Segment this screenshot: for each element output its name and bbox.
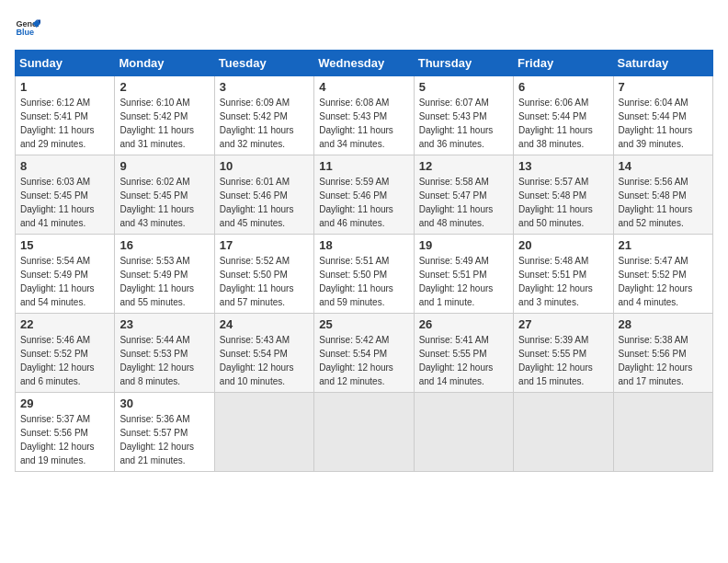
day-number: 6 — [518, 80, 608, 94]
calendar-week-1: 1Sunrise: 6:12 AMSunset: 5:41 PMDaylight… — [16, 76, 713, 155]
calendar-week-5: 29Sunrise: 5:37 AMSunset: 5:56 PMDayligh… — [16, 393, 713, 472]
calendar-header-monday: Monday — [115, 51, 214, 76]
day-info: Sunrise: 5:49 AMSunset: 5:51 PMDaylight:… — [419, 254, 508, 309]
day-number: 16 — [119, 238, 209, 252]
day-info: Sunrise: 5:52 AMSunset: 5:50 PMDaylight:… — [220, 254, 309, 309]
calendar-cell: 2Sunrise: 6:10 AMSunset: 5:42 PMDaylight… — [115, 76, 214, 155]
day-info: Sunrise: 5:46 AMSunset: 5:52 PMDaylight:… — [20, 333, 109, 388]
calendar-cell — [214, 393, 313, 472]
calendar-cell: 19Sunrise: 5:49 AMSunset: 5:51 PMDayligh… — [414, 235, 513, 314]
calendar-cell — [414, 393, 513, 472]
calendar-header-tuesday: Tuesday — [214, 51, 313, 76]
calendar-cell: 5Sunrise: 6:07 AMSunset: 5:43 PMDaylight… — [414, 76, 513, 155]
day-number: 30 — [119, 396, 209, 410]
calendar-week-3: 15Sunrise: 5:54 AMSunset: 5:49 PMDayligh… — [16, 235, 713, 314]
day-info: Sunrise: 6:07 AMSunset: 5:43 PMDaylight:… — [419, 96, 508, 151]
calendar-header-row: SundayMondayTuesdayWednesdayThursdayFrid… — [16, 51, 713, 76]
day-info: Sunrise: 5:58 AMSunset: 5:47 PMDaylight:… — [419, 175, 508, 230]
calendar-header-thursday: Thursday — [414, 51, 513, 76]
calendar-cell — [314, 393, 414, 472]
calendar-header-wednesday: Wednesday — [314, 51, 414, 76]
day-number: 23 — [119, 317, 209, 331]
calendar-cell: 28Sunrise: 5:38 AMSunset: 5:56 PMDayligh… — [613, 314, 712, 393]
day-number: 19 — [419, 238, 508, 252]
calendar-cell: 18Sunrise: 5:51 AMSunset: 5:50 PMDayligh… — [314, 235, 414, 314]
day-info: Sunrise: 5:54 AMSunset: 5:49 PMDaylight:… — [20, 254, 109, 309]
day-info: Sunrise: 5:41 AMSunset: 5:55 PMDaylight:… — [419, 333, 508, 388]
calendar-cell — [514, 393, 613, 472]
day-number: 11 — [319, 159, 408, 173]
calendar-week-2: 8Sunrise: 6:03 AMSunset: 5:45 PMDaylight… — [16, 155, 713, 235]
day-info: Sunrise: 5:57 AMSunset: 5:48 PMDaylight:… — [518, 175, 608, 230]
calendar-cell: 1Sunrise: 6:12 AMSunset: 5:41 PMDaylight… — [16, 76, 115, 155]
day-info: Sunrise: 6:01 AMSunset: 5:46 PMDaylight:… — [220, 175, 309, 230]
calendar-cell: 9Sunrise: 6:02 AMSunset: 5:45 PMDaylight… — [115, 155, 214, 235]
calendar-cell: 6Sunrise: 6:06 AMSunset: 5:44 PMDaylight… — [514, 76, 613, 155]
day-number: 15 — [20, 238, 109, 252]
calendar-cell: 12Sunrise: 5:58 AMSunset: 5:47 PMDayligh… — [414, 155, 513, 235]
calendar-cell: 7Sunrise: 6:04 AMSunset: 5:44 PMDaylight… — [613, 76, 712, 155]
day-number: 22 — [20, 317, 109, 331]
calendar-cell: 30Sunrise: 5:36 AMSunset: 5:57 PMDayligh… — [115, 393, 214, 472]
calendar-cell: 23Sunrise: 5:44 AMSunset: 5:53 PMDayligh… — [115, 314, 214, 393]
day-number: 3 — [220, 80, 309, 94]
day-info: Sunrise: 5:36 AMSunset: 5:57 PMDaylight:… — [119, 412, 209, 467]
day-number: 10 — [220, 159, 309, 173]
day-info: Sunrise: 6:08 AMSunset: 5:43 PMDaylight:… — [319, 96, 408, 151]
calendar-cell: 20Sunrise: 5:48 AMSunset: 5:51 PMDayligh… — [514, 235, 613, 314]
day-number: 29 — [20, 396, 109, 410]
day-info: Sunrise: 5:43 AMSunset: 5:54 PMDaylight:… — [220, 333, 309, 388]
day-number: 24 — [220, 317, 309, 331]
day-info: Sunrise: 6:03 AMSunset: 5:45 PMDaylight:… — [20, 175, 109, 230]
day-number: 26 — [419, 317, 508, 331]
day-number: 5 — [419, 80, 508, 94]
calendar-cell: 16Sunrise: 5:53 AMSunset: 5:49 PMDayligh… — [115, 235, 214, 314]
day-number: 8 — [20, 159, 109, 173]
calendar-header-sunday: Sunday — [16, 51, 115, 76]
day-info: Sunrise: 5:53 AMSunset: 5:49 PMDaylight:… — [119, 254, 209, 309]
calendar-cell: 24Sunrise: 5:43 AMSunset: 5:54 PMDayligh… — [214, 314, 313, 393]
day-info: Sunrise: 6:04 AMSunset: 5:44 PMDaylight:… — [619, 96, 708, 151]
logo-icon: General Blue — [15, 15, 40, 40]
calendar-cell: 25Sunrise: 5:42 AMSunset: 5:54 PMDayligh… — [314, 314, 414, 393]
day-info: Sunrise: 6:06 AMSunset: 5:44 PMDaylight:… — [518, 96, 608, 151]
day-info: Sunrise: 5:48 AMSunset: 5:51 PMDaylight:… — [518, 254, 608, 309]
day-info: Sunrise: 5:37 AMSunset: 5:56 PMDaylight:… — [20, 412, 109, 467]
calendar-table: SundayMondayTuesdayWednesdayThursdayFrid… — [15, 50, 713, 472]
calendar-header-saturday: Saturday — [613, 51, 712, 76]
svg-text:Blue: Blue — [16, 28, 34, 37]
day-number: 18 — [319, 238, 408, 252]
day-info: Sunrise: 5:44 AMSunset: 5:53 PMDaylight:… — [119, 333, 209, 388]
page-header: General Blue — [15, 15, 713, 40]
day-number: 21 — [619, 238, 708, 252]
calendar-cell: 26Sunrise: 5:41 AMSunset: 5:55 PMDayligh… — [414, 314, 513, 393]
day-number: 9 — [119, 159, 209, 173]
calendar-cell: 3Sunrise: 6:09 AMSunset: 5:42 PMDaylight… — [214, 76, 313, 155]
day-info: Sunrise: 5:47 AMSunset: 5:52 PMDaylight:… — [619, 254, 708, 309]
day-number: 28 — [619, 317, 708, 331]
day-number: 27 — [518, 317, 608, 331]
day-number: 1 — [20, 80, 109, 94]
calendar-week-4: 22Sunrise: 5:46 AMSunset: 5:52 PMDayligh… — [16, 314, 713, 393]
day-number: 4 — [319, 80, 408, 94]
day-number: 12 — [419, 159, 508, 173]
day-info: Sunrise: 5:42 AMSunset: 5:54 PMDaylight:… — [319, 333, 408, 388]
day-number: 13 — [518, 159, 608, 173]
calendar-header-friday: Friday — [514, 51, 613, 76]
day-info: Sunrise: 5:51 AMSunset: 5:50 PMDaylight:… — [319, 254, 408, 309]
day-number: 20 — [518, 238, 608, 252]
day-number: 7 — [619, 80, 708, 94]
calendar-cell: 11Sunrise: 5:59 AMSunset: 5:46 PMDayligh… — [314, 155, 414, 235]
day-number: 14 — [619, 159, 708, 173]
calendar-cell — [613, 393, 712, 472]
calendar-cell: 21Sunrise: 5:47 AMSunset: 5:52 PMDayligh… — [613, 235, 712, 314]
calendar-cell: 14Sunrise: 5:56 AMSunset: 5:48 PMDayligh… — [613, 155, 712, 235]
day-number: 17 — [220, 238, 309, 252]
calendar-cell: 8Sunrise: 6:03 AMSunset: 5:45 PMDaylight… — [16, 155, 115, 235]
day-info: Sunrise: 5:39 AMSunset: 5:55 PMDaylight:… — [518, 333, 608, 388]
calendar-cell: 4Sunrise: 6:08 AMSunset: 5:43 PMDaylight… — [314, 76, 414, 155]
day-info: Sunrise: 5:38 AMSunset: 5:56 PMDaylight:… — [619, 333, 708, 388]
calendar-cell: 10Sunrise: 6:01 AMSunset: 5:46 PMDayligh… — [214, 155, 313, 235]
day-info: Sunrise: 6:02 AMSunset: 5:45 PMDaylight:… — [119, 175, 209, 230]
day-info: Sunrise: 5:56 AMSunset: 5:48 PMDaylight:… — [619, 175, 708, 230]
